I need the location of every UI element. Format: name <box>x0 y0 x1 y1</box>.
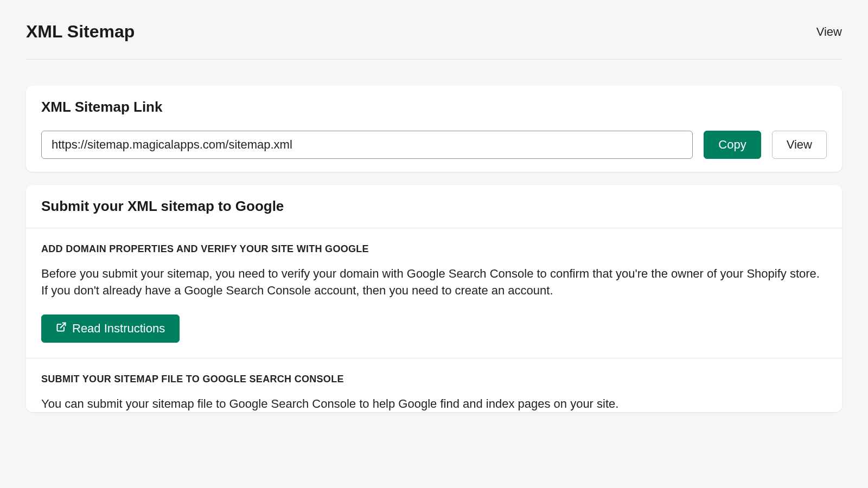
sitemap-link-card-title: XML Sitemap Link <box>41 99 827 115</box>
copy-button[interactable]: Copy <box>704 131 761 159</box>
verify-section: ADD DOMAIN PROPERTIES AND VERIFY YOUR SI… <box>26 228 842 358</box>
page-title: XML Sitemap <box>26 22 135 42</box>
sitemap-url-input[interactable] <box>41 131 693 159</box>
header-view-link[interactable]: View <box>816 25 842 39</box>
submit-card-title: Submit your XML sitemap to Google <box>41 198 827 215</box>
read-instructions-label: Read Instructions <box>72 322 165 336</box>
submit-file-section: SUBMIT YOUR SITEMAP FILE TO GOOGLE SEARC… <box>26 358 842 413</box>
view-button[interactable]: View <box>772 131 827 159</box>
verify-section-heading: ADD DOMAIN PROPERTIES AND VERIFY YOUR SI… <box>41 243 827 255</box>
sitemap-input-row: Copy View <box>41 131 827 159</box>
submit-file-heading: SUBMIT YOUR SITEMAP FILE TO GOOGLE SEARC… <box>41 374 827 385</box>
submit-sitemap-card: Submit your XML sitemap to Google ADD DO… <box>26 185 842 412</box>
verify-section-body: Before you submit your sitemap, you need… <box>41 266 827 299</box>
svg-line-0 <box>60 323 65 328</box>
sitemap-link-card: XML Sitemap Link Copy View <box>26 86 842 172</box>
page-container: XML Sitemap View XML Sitemap Link Copy V… <box>0 0 868 412</box>
read-instructions-button[interactable]: Read Instructions <box>41 314 180 343</box>
submit-file-body: You can submit your sitemap file to Goog… <box>41 396 827 413</box>
external-link-icon <box>56 322 67 336</box>
page-header: XML Sitemap View <box>26 22 842 60</box>
